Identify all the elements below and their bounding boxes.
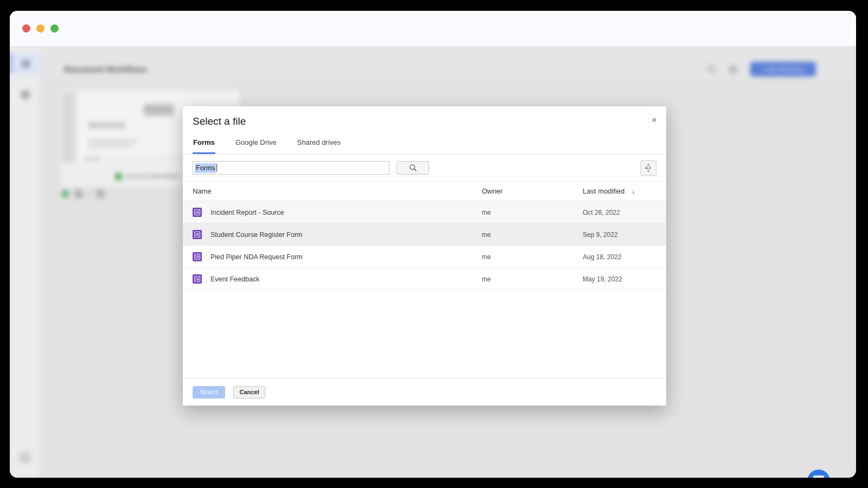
- tab-forms[interactable]: Forms: [193, 134, 215, 154]
- magnifier-icon: [409, 164, 417, 172]
- app-header: Document Workflows + Add Workflow: [41, 46, 856, 81]
- search-input-value: Forms: [195, 163, 216, 173]
- tab-google-drive[interactable]: Google Drive: [235, 134, 277, 154]
- file-modified: Sep 9, 2022: [583, 231, 618, 239]
- dialog-title: Select a file: [193, 115, 656, 127]
- sidebar-avatar[interactable]: [19, 452, 31, 464]
- table-row[interactable]: Student Course Register Form me Sep 9, 2…: [183, 223, 666, 246]
- dialog-header: Select a file ✕: [183, 106, 666, 131]
- cancel-button[interactable]: Cancel: [233, 386, 265, 399]
- documents-icon: [21, 91, 29, 99]
- sort-az-button[interactable]: ▲ AZ ▼: [640, 160, 656, 176]
- workflow-name: Invoice Workflow: [126, 172, 180, 180]
- search-button[interactable]: [397, 161, 429, 175]
- document-preview-badge: [144, 104, 174, 115]
- document-preview-footer: [84, 157, 100, 160]
- file-owner: me: [482, 253, 491, 261]
- file-name: Student Course Register Form: [210, 231, 303, 239]
- dialog-tabs: Forms Google Drive Shared drives: [183, 131, 666, 155]
- window-titlebar: [10, 11, 856, 46]
- tab-shared-drives[interactable]: Shared drives: [297, 134, 341, 154]
- select-button[interactable]: Select: [193, 386, 225, 399]
- desktop: Document Workflows + Add Workflow INVOIC…: [0, 0, 868, 488]
- table-row[interactable]: Incident Report - Source me Oct 26, 2022: [183, 201, 666, 223]
- document-preview-line: [88, 140, 138, 142]
- app-window: Document Workflows + Add Workflow INVOIC…: [10, 11, 856, 478]
- table-row[interactable]: Pied Piper NDA Request Form me Aug 18, 2…: [183, 246, 666, 268]
- add-workflow-button[interactable]: + Add Workflow: [750, 62, 816, 76]
- document-preview-strip: [62, 92, 76, 163]
- select-file-dialog: Select a file ✕ Forms Google Drive Share…: [183, 106, 666, 406]
- column-last-modified-label: Last modified: [583, 187, 624, 195]
- column-last-modified[interactable]: Last modified↓: [583, 187, 635, 195]
- sidebar-item-documents[interactable]: [10, 84, 41, 105]
- dialog-search-row: Forms ▲ AZ ▼: [183, 155, 666, 182]
- workflow-label: Invoice Workflow: [115, 172, 180, 180]
- chat-bubble-icon: [813, 476, 824, 478]
- file-name: Incident Report - Source: [210, 209, 284, 216]
- app-sidebar: [10, 46, 41, 478]
- close-window-button[interactable]: [22, 24, 30, 33]
- workflow-status-icon: [115, 173, 122, 180]
- az-sort-icon: AZ: [645, 166, 652, 170]
- forms-file-icon: [193, 252, 202, 264]
- page-title: Document Workflows: [64, 65, 147, 74]
- sort-direction-icon: ↓: [631, 187, 635, 195]
- dialog-footer: Select Cancel: [183, 378, 666, 406]
- column-name[interactable]: Name: [193, 187, 212, 195]
- form-count-icon: [97, 190, 104, 198]
- search-icon[interactable]: [707, 65, 716, 76]
- table-header: Name Owner Last modified↓: [183, 182, 666, 201]
- forms-file-icon: [193, 274, 202, 286]
- file-modified: May 19, 2022: [583, 275, 622, 283]
- file-owner: me: [482, 231, 491, 239]
- doc-count-icon: [75, 190, 82, 198]
- file-name: Event Feedback: [210, 275, 259, 283]
- status-dot-icon: [62, 190, 69, 197]
- file-name: Pied Piper NDA Request Form: [210, 253, 303, 261]
- file-owner: me: [482, 209, 491, 216]
- file-modified: Aug 18, 2022: [583, 253, 621, 261]
- search-input[interactable]: Forms: [193, 161, 390, 175]
- sort-down-icon: ▼: [647, 170, 650, 173]
- workflows-icon: [22, 60, 30, 68]
- forms-file-icon: [193, 208, 202, 219]
- sidebar-item-workflows[interactable]: [10, 53, 41, 74]
- text-caret: [216, 164, 217, 172]
- document-preview-title: INVOICE: [88, 120, 126, 130]
- table-row[interactable]: Event Feedback me May 19, 2022: [183, 268, 666, 290]
- minimize-window-button[interactable]: [36, 24, 44, 33]
- file-owner: me: [482, 275, 491, 283]
- close-icon[interactable]: ✕: [649, 114, 660, 125]
- zoom-window-button[interactable]: [50, 24, 59, 33]
- file-list: Incident Report - Source me Oct 26, 2022…: [183, 201, 666, 290]
- workflow-card-meta: [62, 190, 104, 198]
- forms-file-icon: [193, 230, 202, 241]
- file-modified: Oct 26, 2022: [583, 209, 620, 216]
- separator-dot: [88, 193, 91, 195]
- column-owner[interactable]: Owner: [482, 187, 502, 195]
- document-preview-line: [88, 145, 131, 147]
- filter-icon[interactable]: [729, 66, 737, 73]
